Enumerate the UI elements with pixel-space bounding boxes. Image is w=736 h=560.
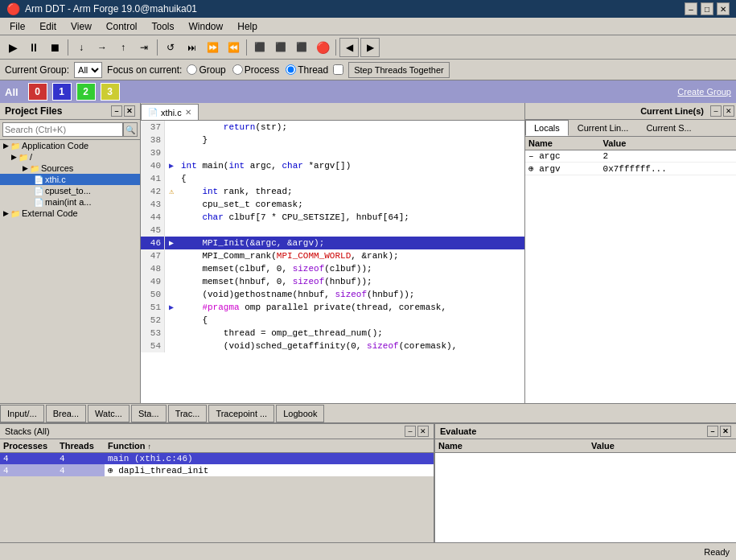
- sidebar-close-btn[interactable]: ✕: [124, 105, 135, 117]
- tree-item-sources[interactable]: ▶ 📁 Sources: [0, 163, 140, 174]
- tab-logbook[interactable]: Logbook: [276, 405, 324, 422]
- tree-item-main[interactable]: 📄 main(int a...: [0, 196, 140, 208]
- thread-radio[interactable]: [286, 64, 296, 75]
- process-button-2[interactable]: 2: [76, 83, 96, 101]
- signal-button[interactable]: 🔴: [313, 38, 332, 57]
- tab-current-line[interactable]: Current Lin...: [569, 120, 638, 136]
- line-marker-45: [165, 224, 178, 237]
- run-to-button[interactable]: ⇥: [134, 38, 154, 57]
- code-tab-xthi-c[interactable]: 📄 xthi.c ✕: [141, 104, 199, 120]
- code-line-42: 42 ⚠ int rank, thread;: [141, 185, 524, 198]
- tp-button[interactable]: ⬛: [292, 38, 311, 57]
- menu-view[interactable]: View: [64, 19, 98, 34]
- tab-sta[interactable]: Sta...: [131, 405, 167, 422]
- eval-minimize[interactable]: –: [707, 426, 718, 437]
- tab-label-xthi-c: xthi.c: [161, 108, 182, 117]
- tab-watc[interactable]: Watc...: [88, 405, 130, 422]
- right-panel-minimize[interactable]: –: [710, 105, 722, 117]
- search-button[interactable]: 🔍: [123, 122, 138, 137]
- line-content-48: memset(clbuf, 0, sizeof(clbuf));: [178, 262, 524, 275]
- nav-forward-button[interactable]: ▶: [360, 38, 380, 57]
- menu-control[interactable]: Control: [100, 19, 144, 34]
- tab-current-s[interactable]: Current S...: [637, 120, 700, 136]
- restart-button[interactable]: ↺: [161, 38, 180, 57]
- tab-trac[interactable]: Trac...: [168, 405, 208, 422]
- maximize-button[interactable]: □: [701, 2, 713, 15]
- sidebar-minimize-btn[interactable]: –: [111, 105, 122, 117]
- code-line-50: 50 (void)gethostname(hnbuf, sizeof(hnbuf…: [141, 288, 524, 301]
- pause-button[interactable]: ⏸: [24, 38, 43, 57]
- tab-brea[interactable]: Brea...: [46, 405, 86, 422]
- bp-button[interactable]: ⬛: [250, 38, 269, 57]
- step-into-button[interactable]: ↓: [72, 38, 91, 57]
- tree-item-external-code[interactable]: ▶ 📁 External Code: [0, 208, 140, 219]
- play-button[interactable]: ▶: [3, 38, 23, 57]
- group-select[interactable]: All: [74, 62, 102, 78]
- code-area: 📄 xthi.c ✕ 37 return(str); 38 }: [141, 103, 525, 403]
- code-line-49: 49 memset(hnbuf, 0, sizeof(hnbuf));: [141, 275, 524, 288]
- code-line-52: 52 {: [141, 314, 524, 327]
- code-line-41: 41 {: [141, 172, 524, 185]
- process-button-0[interactable]: 0: [28, 83, 47, 101]
- group-radio-option[interactable]: Group: [187, 64, 225, 76]
- code-content[interactable]: 37 return(str); 38 } 39: [141, 121, 524, 403]
- stop-button[interactable]: ⏹: [45, 38, 64, 57]
- menu-edit[interactable]: Edit: [33, 19, 63, 34]
- stacks-row-0[interactable]: 4 4 main (xthi.c:46): [0, 453, 434, 465]
- tree-item-application-code[interactable]: ▶ 📁 Application Code: [0, 140, 140, 151]
- line-number-53: 53: [141, 327, 165, 340]
- search-input[interactable]: [2, 122, 123, 137]
- process-radio-option[interactable]: Process: [232, 64, 279, 76]
- process-button-3[interactable]: 3: [101, 83, 120, 101]
- locals-value-argc: 2: [600, 150, 736, 163]
- right-panel-close[interactable]: ✕: [723, 105, 734, 117]
- tree-label-sources: Sources: [41, 163, 73, 173]
- step-threads-button[interactable]: Step Threads Together: [348, 62, 450, 78]
- menu-window[interactable]: Window: [183, 19, 230, 34]
- back-button[interactable]: ⏪: [224, 38, 243, 57]
- wp-button[interactable]: ⬛: [271, 38, 290, 57]
- group-radio-label: Group: [199, 64, 225, 76]
- step-out-button[interactable]: ↑: [113, 38, 133, 57]
- tab-locals[interactable]: Locals: [525, 120, 569, 136]
- stacks-title: Stacks (All): [5, 426, 50, 436]
- title-bar-controls[interactable]: – □ ✕: [685, 2, 730, 15]
- minimize-button[interactable]: –: [685, 2, 697, 15]
- nav-back-button[interactable]: ◀: [339, 38, 359, 57]
- continue-button[interactable]: ⏩: [203, 38, 222, 57]
- process-button-1[interactable]: 1: [52, 83, 72, 101]
- process-radio[interactable]: [232, 64, 243, 75]
- line-marker-41: [165, 172, 178, 185]
- stacks-minimize[interactable]: –: [405, 426, 416, 437]
- tree-item-xthi-c[interactable]: 📄 xthi.c: [0, 174, 140, 185]
- group-radio[interactable]: [187, 64, 197, 75]
- code-line-47: 47 MPI_Comm_rank(MPI_COMM_WORLD, &rank);: [141, 249, 524, 262]
- stacks-col-threads[interactable]: Threads: [56, 439, 105, 453]
- stacks-row-1[interactable]: 4 4 ⊕ dapli_thread_init: [0, 464, 434, 476]
- tab-close-xthi-c[interactable]: ✕: [185, 108, 191, 117]
- menu-file[interactable]: File: [3, 19, 31, 34]
- line-content-37: return(str);: [178, 121, 524, 134]
- stacks-close[interactable]: ✕: [417, 426, 429, 437]
- eval-close[interactable]: ✕: [720, 426, 731, 437]
- step-threads-checkbox[interactable]: [333, 64, 343, 75]
- tab-tracepoint[interactable]: Tracepoint ...: [208, 405, 274, 422]
- sidebar-header: Project Files – ✕: [0, 103, 140, 120]
- thread-radio-option[interactable]: Thread: [286, 64, 328, 76]
- tree-item-cpuset[interactable]: 📄 cpuset_to...: [0, 185, 140, 196]
- menu-tools[interactable]: Tools: [146, 19, 181, 34]
- tab-input[interactable]: Input/...: [0, 405, 44, 422]
- line-number-43: 43: [141, 198, 165, 211]
- interrupt-button[interactable]: ⏭: [182, 38, 201, 57]
- line-number-49: 49: [141, 275, 165, 288]
- step-over-button[interactable]: →: [93, 38, 112, 57]
- line-number-42: 42: [141, 185, 165, 198]
- create-group-button[interactable]: Create Group: [677, 87, 731, 97]
- close-button[interactable]: ✕: [717, 2, 730, 15]
- tree-item-slash[interactable]: ▶ 📁 /: [0, 151, 140, 163]
- stacks-col-function[interactable]: Function ↑: [105, 439, 434, 453]
- menu-help[interactable]: Help: [231, 19, 264, 34]
- process-bar: All 0 1 2 3 Create Group: [0, 80, 736, 103]
- stacks-col-processes[interactable]: Processes: [0, 439, 56, 453]
- line-marker-47: [165, 249, 178, 262]
